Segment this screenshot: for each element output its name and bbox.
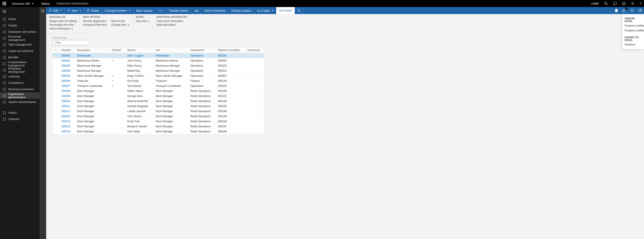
- feedback-button[interactable]: [620, 0, 628, 7]
- messages-button[interactable]: [610, 0, 620, 7]
- col-position[interactable]: Position: [59, 47, 75, 53]
- row-checkbox[interactable]: [53, 114, 59, 119]
- cell-worker[interactable]: Alton Coggins: [125, 53, 153, 58]
- row-checkbox[interactable]: [53, 129, 59, 134]
- nav-item-compensation-management[interactable]: Compensation management: [0, 60, 40, 67]
- cell-worker[interactable]: Ora Pope: [125, 78, 153, 84]
- table-row[interactable]: 000014Store ManagerKristy TranStore Mana…: [53, 119, 264, 124]
- nav-item-personnel-management[interactable]: Personnel management: [0, 35, 40, 41]
- funnel-icon[interactable]: [41, 10, 44, 13]
- table-row[interactable]: 000003Warehouse ManagerEllen GascaWareho…: [53, 63, 264, 68]
- cell-worker[interactable]: Ludwik Jasinski: [125, 109, 153, 114]
- company-picker[interactable]: USMF: [588, 0, 602, 7]
- changes-timeline-button[interactable]: Changes timeline▼: [102, 7, 134, 14]
- row-checkbox[interactable]: [53, 88, 59, 94]
- always-open-editing-link[interactable]: Always open for editing: [49, 20, 76, 23]
- help-button[interactable]: ?: [637, 0, 644, 7]
- nav-item-task-management[interactable]: Task management: [0, 41, 40, 48]
- row-checkbox[interactable]: [53, 99, 59, 104]
- filter-input[interactable]: [55, 41, 88, 44]
- row-checkbox[interactable]: [53, 124, 59, 129]
- attachments-button[interactable]: 0: [620, 7, 628, 14]
- col-job[interactable]: Job: [153, 47, 188, 53]
- col-description[interactable]: Description: [75, 47, 110, 53]
- popout-button[interactable]: [636, 7, 644, 14]
- nav-item-business-processes[interactable]: Business processes: [0, 86, 40, 92]
- nav-item-employee-development[interactable]: Employee development: [0, 67, 40, 73]
- select-all-header[interactable]: ✓: [53, 47, 59, 53]
- cell-reports-to[interactable]: 000003: [216, 58, 245, 63]
- settings-button[interactable]: [628, 0, 637, 7]
- cell-position[interactable]: 000011: [59, 104, 75, 109]
- cell-position[interactable]: 000006: [59, 78, 75, 84]
- as-of-date-button[interactable]: As of date▼: [254, 7, 276, 14]
- nav-item-home[interactable]: Home: [0, 16, 40, 22]
- row-checkbox[interactable]: [53, 94, 59, 99]
- row-checkbox[interactable]: [53, 78, 59, 84]
- cell-worker[interactable]: Diego CabÃ¡n: [125, 74, 153, 78]
- cell-position[interactable]: 000010: [59, 99, 75, 104]
- table-row[interactable]: 000006Treasurer✓Ora PopeTreasurerFinance…: [53, 78, 264, 84]
- table-row[interactable]: 000004Warehouse ManagerMabel MayWarehous…: [53, 68, 264, 74]
- cell-worker[interactable]: Irvin Salyer: [125, 129, 153, 134]
- cell-position[interactable]: 000012: [59, 109, 75, 114]
- brand-dropdown[interactable]: Dynamics 365 ▼: [9, 2, 37, 5]
- cell-worker[interactable]: Mabel May: [125, 68, 153, 74]
- table-row[interactable]: 000001WaterspiderAlton CogginsWaterspide…: [53, 53, 264, 58]
- personalize-form-link[interactable]: Personalize this form: [49, 23, 76, 26]
- nav-item-organization-administration[interactable]: Organization administration: [0, 92, 40, 99]
- cell-worker[interactable]: Ted Howard: [125, 84, 153, 88]
- refresh-button[interactable]: [628, 7, 636, 14]
- cell-reports-to[interactable]: 000280: [216, 53, 245, 58]
- table-row[interactable]: 000005Value Stream Manager✓Diego CabÃ¡nV…: [53, 74, 264, 78]
- col-reports-to[interactable]: Reports to position: [216, 47, 245, 53]
- cell-reports-to[interactable]: 000248: [216, 99, 245, 104]
- cell-reports-to[interactable]: 000249: [216, 129, 245, 134]
- row-checkbox[interactable]: [53, 104, 59, 109]
- col-critical[interactable]: Critical?: [110, 47, 125, 53]
- cell-worker[interactable]: Ellen Gasca: [125, 63, 153, 68]
- cell-reports-to[interactable]: 000247: [216, 94, 245, 99]
- delete-button[interactable]: Delete: [84, 7, 102, 14]
- cell-worker[interactable]: Clint Shivers: [125, 114, 153, 119]
- cell-reports-to[interactable]: 000007: [216, 74, 245, 78]
- row-checkbox[interactable]: [53, 58, 59, 63]
- cell-worker[interactable]: Sammy Boettcher: [125, 99, 153, 104]
- view-information-link[interactable]: View information: [156, 23, 183, 26]
- nav-collapse-button[interactable]: [0, 7, 40, 16]
- search-button[interactable]: [602, 0, 610, 7]
- cell-position[interactable]: 000005: [59, 74, 75, 78]
- table-row[interactable]: 000008Store ManagerGilbert MauroStore Ma…: [53, 88, 264, 94]
- get-link-link[interactable]: Get a link ▼: [136, 20, 150, 23]
- cell-position[interactable]: 000002: [59, 58, 75, 63]
- cell-position[interactable]: 000016: [59, 129, 75, 134]
- record-info-link[interactable]: Record info: [111, 20, 130, 23]
- cell-position[interactable]: 000008: [59, 88, 75, 94]
- table-row[interactable]: 000011Store ManagerAshoka DasguptaStore …: [53, 104, 264, 109]
- security-diagnostics-link[interactable]: Security diagnostics: [83, 20, 107, 23]
- table-row[interactable]: 000007Transport Coordinator✓Ted HowardTr…: [53, 84, 264, 88]
- filter-box[interactable]: [53, 40, 87, 45]
- cell-position[interactable]: 000003: [59, 63, 75, 68]
- row-checkbox[interactable]: [53, 119, 59, 124]
- col-department[interactable]: Department: [188, 47, 216, 53]
- view-hierarchy-button[interactable]: View in hierarchy: [202, 7, 229, 14]
- advanced-filter-link[interactable]: Advanced Filter/Sort: [83, 23, 107, 26]
- cell-position[interactable]: 000007: [59, 84, 75, 88]
- cell-reports-to[interactable]: 000320: [216, 84, 245, 88]
- cell-reports-to[interactable]: 000249: [216, 114, 245, 119]
- nav-item-employee-self-service[interactable]: Employee self service: [0, 28, 40, 35]
- row-checkbox[interactable]: [53, 84, 59, 88]
- actionbar-search-button[interactable]: [295, 7, 303, 14]
- col-worker[interactable]: Worker: [125, 47, 153, 53]
- row-checkbox[interactable]: [53, 109, 59, 114]
- job-button[interactable]: Job: [192, 7, 202, 14]
- table-row[interactable]: 000009Store ManagerGeorge GilesStore Man…: [53, 94, 264, 99]
- office-button[interactable]: [612, 7, 620, 14]
- cell-worker[interactable]: Ashoka Dasgupta: [125, 104, 153, 109]
- table-row[interactable]: 000002Warehouse Worker✓John EmoryWarehou…: [53, 58, 264, 63]
- add-to-workspace-link[interactable]: Add to workspace ▼: [49, 27, 76, 30]
- cell-position[interactable]: 000013: [59, 114, 75, 119]
- cell-position[interactable]: 000001: [59, 53, 75, 58]
- new-button[interactable]: New▼: [64, 7, 84, 14]
